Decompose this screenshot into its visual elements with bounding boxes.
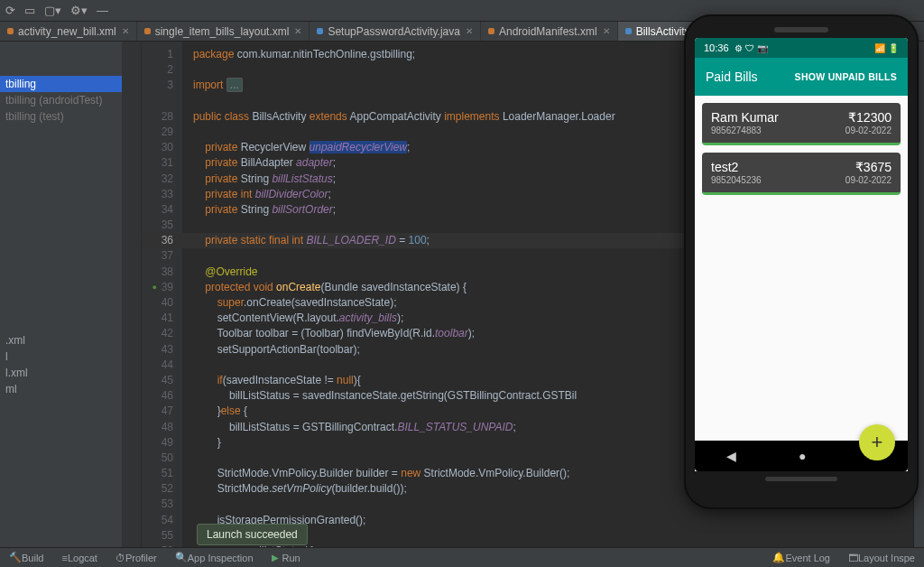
bill-phone: 9852045236 (711, 175, 762, 185)
status-bar: 10:36 ⚙🛡📷 📶🔋 (695, 38, 908, 58)
bill-card[interactable]: test2₹3675985204523609-02-2022 (702, 153, 901, 195)
file-icon (317, 28, 323, 34)
bottom-toolbar: 🔨 Build ≡ Logcat ⏱ Profiler 🔍 App Inspec… (0, 547, 924, 567)
close-icon[interactable]: ✕ (603, 26, 610, 36)
home-button[interactable]: ● (799, 449, 806, 463)
close-icon[interactable]: ✕ (294, 26, 301, 36)
bill-date: 09-02-2022 (845, 175, 892, 185)
bill-list[interactable]: Ram Kumar₹12300985627488309-02-2022test2… (695, 96, 908, 441)
sidebar-item[interactable]: tbilling (test) (0, 108, 122, 125)
bill-name: Ram Kumar (711, 110, 779, 125)
bill-amount: ₹3675 (855, 160, 892, 174)
tab-setuppasswordactivity-java[interactable]: SetupPasswordActivity.java✕ (310, 22, 481, 41)
select-icon[interactable]: ▭ (24, 4, 35, 17)
tab-label: activity_new_bill.xml (18, 25, 116, 38)
file-icon (625, 28, 632, 34)
tab-label: SetupPasswordActivity.java (328, 25, 460, 38)
bill-date: 09-02-2022 (845, 125, 892, 135)
event-log-tab[interactable]: 🔔 Event Log (763, 552, 839, 563)
tab-activity_new_bill-xml[interactable]: activity_new_bill.xml✕ (0, 22, 137, 41)
tab-label: AndroidManifest.xml (499, 25, 597, 38)
gear-icon[interactable]: ⚙▾ (70, 4, 88, 17)
breakpoint-gutter[interactable] (122, 42, 142, 547)
sidebar-item[interactable]: tbilling (androidTest) (0, 92, 122, 108)
tab-single_item_bills_layout-xml[interactable]: single_item_bills_layout.xml✕ (137, 22, 310, 41)
bill-name: test2 (711, 160, 738, 174)
sidebar-item[interactable]: ml (0, 381, 122, 397)
run-tab[interactable]: ▶Run (263, 553, 310, 563)
profiler-tab[interactable]: ⏱ Profiler (106, 553, 166, 563)
sidebar-item[interactable]: l (0, 349, 122, 365)
sync-icon[interactable]: ⟳ (5, 4, 15, 17)
add-bill-fab[interactable]: + (859, 424, 895, 460)
toggle-unpaid-action[interactable]: SHOW UNPAID BILLS (795, 71, 897, 82)
file-icon (7, 28, 14, 34)
tab-androidmanifest-xml[interactable]: AndroidManifest.xml✕ (481, 22, 618, 41)
file-icon (488, 28, 494, 34)
emulator-screen[interactable]: 10:36 ⚙🛡📷 📶🔋 Paid Bills SHOW UNPAID BILL… (695, 38, 908, 471)
back-button[interactable]: ◀ (726, 449, 736, 463)
sidebar-item[interactable]: tbilling (0, 76, 122, 92)
emulator-frame: 10:36 ⚙🛡📷 📶🔋 Paid Bills SHOW UNPAID BILL… (684, 14, 919, 509)
bill-amount: ₹12300 (848, 110, 892, 125)
build-tab[interactable]: 🔨 Build (0, 552, 52, 563)
avd-icon[interactable]: ▢▾ (44, 4, 61, 17)
file-icon (144, 28, 151, 34)
layout-inspector-tab[interactable]: 🗔 Layout Inspe (839, 552, 924, 563)
phone-notch (774, 27, 828, 33)
app-bar: Paid Bills SHOW UNPAID BILLS (695, 58, 908, 96)
bill-phone: 9856274883 (711, 125, 762, 135)
logcat-tab[interactable]: ≡ Logcat (52, 553, 106, 563)
sidebar-item[interactable]: l.xml (0, 365, 122, 381)
line-gutter[interactable]: 1232829303132333435363738394041424344454… (142, 42, 182, 547)
separator-icon: — (97, 4, 108, 17)
sidebar-item[interactable]: .xml (0, 332, 122, 349)
close-icon[interactable]: ✕ (466, 26, 473, 36)
close-icon[interactable]: ✕ (122, 26, 129, 36)
launch-toast: Launch succeeded (197, 524, 308, 545)
bill-card[interactable]: Ram Kumar₹12300985627488309-02-2022 (702, 103, 901, 145)
app-inspection-tab[interactable]: 🔍 App Inspection (166, 552, 263, 563)
app-title: Paid Bills (706, 70, 758, 84)
tab-label: single_item_bills_layout.xml (155, 25, 290, 38)
phone-homebar (765, 477, 837, 481)
project-sidebar: tbillingtbilling (androidTest)tbilling (… (0, 42, 122, 547)
